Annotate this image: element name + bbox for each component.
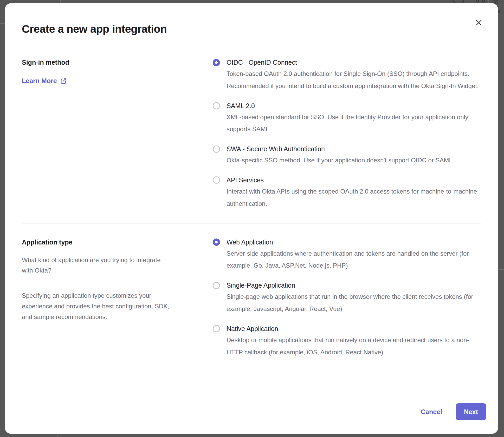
close-icon [475,19,482,26]
application-type-note: Specifying an application type customize… [22,290,173,322]
radio-option-label: SWA - Secure Web Authentication [227,145,325,153]
background-chart-icon [476,0,479,3]
section-divider [22,223,481,223]
radio-option-oidc-head[interactable]: OIDC - OpenID Connect [213,59,481,66]
background-table-line [488,0,489,3]
next-button[interactable]: Next [456,403,486,420]
radio-option-oidc: OIDC - OpenID Connect Token-based OAuth … [213,59,481,92]
radio-option-web-application: Web Application Server-side applications… [213,239,481,272]
application-type-question: What kind of application are you trying … [22,255,173,276]
learn-more-label: Learn More [22,77,57,85]
application-type-heading: Application type [22,239,213,246]
radio-option-label: Web Application [227,239,273,246]
radio-option-native-application-head[interactable]: Native Application [213,325,481,333]
background-table-line [498,269,504,270]
radio-option-description: XML-based open standard for SSO. Use if … [213,111,481,136]
signin-method-left-column: Sign-in method Learn More [22,59,213,85]
radio-unselected-icon[interactable] [213,102,220,109]
radio-option-label: OIDC - OpenID Connect [227,59,297,66]
radio-selected-icon[interactable] [213,239,220,246]
radio-unselected-icon[interactable] [213,325,220,332]
radio-option-label: Native Application [227,325,278,333]
radio-unselected-icon[interactable] [213,145,220,153]
radio-option-api-services: API Services Interact with Okta APIs usi… [213,176,481,210]
radio-option-description: Single-page web applications that run in… [213,291,481,315]
cancel-button[interactable]: Cancel [421,408,442,416]
radio-option-single-page-application-head[interactable]: Single-Page Application [213,282,481,289]
create-app-integration-dialog: Create a new app integration Sign-in met… [5,3,498,434]
application-type-section: Application type What kind of applicatio… [22,239,481,359]
radio-option-description: Okta-specific SSO method. Use if your ap… [213,154,481,167]
radio-unselected-icon[interactable] [213,282,220,289]
background-table-line [60,0,61,3]
radio-option-api-services-head[interactable]: API Services [213,176,481,184]
radio-option-label: Single-Page Application [227,282,295,289]
radio-selected-icon[interactable] [213,59,220,66]
radio-option-saml-head[interactable]: SAML 2.0 [213,102,481,110]
signin-method-options: OIDC - OpenID Connect Token-based OAuth … [213,59,481,210]
signin-method-heading: Sign-in method [22,59,213,66]
radio-unselected-icon[interactable] [213,176,220,184]
radio-option-swa-head[interactable]: SWA - Secure Web Authentication [213,145,481,153]
radio-option-saml: SAML 2.0 XML-based open standard for SSO… [213,102,481,136]
dialog-title: Create a new app integration [22,23,481,35]
background-table-line [0,23,5,24]
dialog-footer: Cancel Next [22,403,486,420]
radio-option-description: Server-side applications where authentic… [213,248,481,272]
radio-option-label: SAML 2.0 [227,102,255,110]
radio-option-description: Interact with Okta APIs using the scoped… [213,186,481,210]
radio-option-web-application-head[interactable]: Web Application [213,239,481,246]
learn-more-link[interactable]: Learn More [22,77,67,85]
signin-method-section: Sign-in method Learn More OIDC - OpenID … [22,59,481,210]
radio-option-description: Token-based OAuth 2.0 authentication for… [213,68,481,92]
application-type-options: Web Application Server-side applications… [213,239,481,359]
background-table-line [57,434,57,437]
radio-option-description: Desktop or mobile applications that run … [213,334,481,359]
close-button[interactable] [473,17,485,29]
radio-option-swa: SWA - Secure Web Authentication Okta-spe… [213,145,481,167]
background-chart-icon [482,0,485,3]
application-type-left-column: Application type What kind of applicatio… [22,239,213,322]
radio-option-single-page-application: Single-Page Application Single-page web … [213,282,481,315]
external-link-icon [60,78,67,84]
radio-option-label: API Services [227,176,264,184]
radio-option-native-application: Native Application Desktop or mobile app… [213,325,481,359]
